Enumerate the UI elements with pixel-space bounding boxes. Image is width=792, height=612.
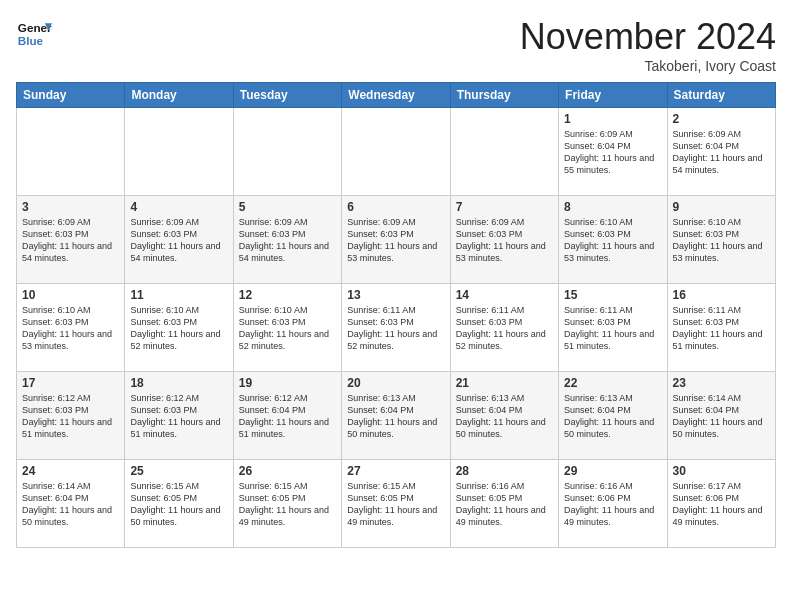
day-number: 20 xyxy=(347,376,444,390)
day-cell: 4Sunrise: 6:09 AM Sunset: 6:03 PM Daylig… xyxy=(125,196,233,284)
day-header-monday: Monday xyxy=(125,83,233,108)
day-info: Sunrise: 6:12 AM Sunset: 6:03 PM Dayligh… xyxy=(22,393,112,439)
day-header-thursday: Thursday xyxy=(450,83,558,108)
week-row-3: 10Sunrise: 6:10 AM Sunset: 6:03 PM Dayli… xyxy=(17,284,776,372)
day-info: Sunrise: 6:10 AM Sunset: 6:03 PM Dayligh… xyxy=(564,217,654,263)
day-cell: 14Sunrise: 6:11 AM Sunset: 6:03 PM Dayli… xyxy=(450,284,558,372)
day-info: Sunrise: 6:15 AM Sunset: 6:05 PM Dayligh… xyxy=(347,481,437,527)
day-number: 21 xyxy=(456,376,553,390)
day-info: Sunrise: 6:17 AM Sunset: 6:06 PM Dayligh… xyxy=(673,481,763,527)
day-cell: 18Sunrise: 6:12 AM Sunset: 6:03 PM Dayli… xyxy=(125,372,233,460)
day-number: 11 xyxy=(130,288,227,302)
day-info: Sunrise: 6:14 AM Sunset: 6:04 PM Dayligh… xyxy=(673,393,763,439)
day-number: 10 xyxy=(22,288,119,302)
day-info: Sunrise: 6:10 AM Sunset: 6:03 PM Dayligh… xyxy=(673,217,763,263)
day-info: Sunrise: 6:09 AM Sunset: 6:03 PM Dayligh… xyxy=(239,217,329,263)
day-info: Sunrise: 6:11 AM Sunset: 6:03 PM Dayligh… xyxy=(673,305,763,351)
day-number: 9 xyxy=(673,200,770,214)
day-number: 1 xyxy=(564,112,661,126)
day-header-wednesday: Wednesday xyxy=(342,83,450,108)
title-section: November 2024 Takoberi, Ivory Coast xyxy=(520,16,776,74)
day-cell: 12Sunrise: 6:10 AM Sunset: 6:03 PM Dayli… xyxy=(233,284,341,372)
day-number: 2 xyxy=(673,112,770,126)
day-cell: 1Sunrise: 6:09 AM Sunset: 6:04 PM Daylig… xyxy=(559,108,667,196)
day-number: 8 xyxy=(564,200,661,214)
day-cell: 28Sunrise: 6:16 AM Sunset: 6:05 PM Dayli… xyxy=(450,460,558,548)
day-cell: 9Sunrise: 6:10 AM Sunset: 6:03 PM Daylig… xyxy=(667,196,775,284)
week-row-4: 17Sunrise: 6:12 AM Sunset: 6:03 PM Dayli… xyxy=(17,372,776,460)
day-cell: 7Sunrise: 6:09 AM Sunset: 6:03 PM Daylig… xyxy=(450,196,558,284)
day-number: 14 xyxy=(456,288,553,302)
day-number: 18 xyxy=(130,376,227,390)
day-info: Sunrise: 6:09 AM Sunset: 6:03 PM Dayligh… xyxy=(456,217,546,263)
day-cell: 25Sunrise: 6:15 AM Sunset: 6:05 PM Dayli… xyxy=(125,460,233,548)
week-row-1: 1Sunrise: 6:09 AM Sunset: 6:04 PM Daylig… xyxy=(17,108,776,196)
day-number: 15 xyxy=(564,288,661,302)
day-info: Sunrise: 6:09 AM Sunset: 6:03 PM Dayligh… xyxy=(22,217,112,263)
day-cell: 10Sunrise: 6:10 AM Sunset: 6:03 PM Dayli… xyxy=(17,284,125,372)
week-row-5: 24Sunrise: 6:14 AM Sunset: 6:04 PM Dayli… xyxy=(17,460,776,548)
day-info: Sunrise: 6:09 AM Sunset: 6:03 PM Dayligh… xyxy=(130,217,220,263)
day-number: 6 xyxy=(347,200,444,214)
day-header-tuesday: Tuesday xyxy=(233,83,341,108)
day-info: Sunrise: 6:10 AM Sunset: 6:03 PM Dayligh… xyxy=(239,305,329,351)
day-info: Sunrise: 6:09 AM Sunset: 6:04 PM Dayligh… xyxy=(673,129,763,175)
day-number: 7 xyxy=(456,200,553,214)
day-number: 19 xyxy=(239,376,336,390)
day-cell: 3Sunrise: 6:09 AM Sunset: 6:03 PM Daylig… xyxy=(17,196,125,284)
day-number: 30 xyxy=(673,464,770,478)
day-info: Sunrise: 6:11 AM Sunset: 6:03 PM Dayligh… xyxy=(456,305,546,351)
day-info: Sunrise: 6:16 AM Sunset: 6:05 PM Dayligh… xyxy=(456,481,546,527)
day-info: Sunrise: 6:16 AM Sunset: 6:06 PM Dayligh… xyxy=(564,481,654,527)
day-number: 13 xyxy=(347,288,444,302)
day-cell: 5Sunrise: 6:09 AM Sunset: 6:03 PM Daylig… xyxy=(233,196,341,284)
day-number: 22 xyxy=(564,376,661,390)
day-info: Sunrise: 6:10 AM Sunset: 6:03 PM Dayligh… xyxy=(130,305,220,351)
day-header-saturday: Saturday xyxy=(667,83,775,108)
day-cell: 29Sunrise: 6:16 AM Sunset: 6:06 PM Dayli… xyxy=(559,460,667,548)
day-cell: 27Sunrise: 6:15 AM Sunset: 6:05 PM Dayli… xyxy=(342,460,450,548)
day-cell: 19Sunrise: 6:12 AM Sunset: 6:04 PM Dayli… xyxy=(233,372,341,460)
day-info: Sunrise: 6:13 AM Sunset: 6:04 PM Dayligh… xyxy=(347,393,437,439)
day-number: 29 xyxy=(564,464,661,478)
days-header-row: SundayMondayTuesdayWednesdayThursdayFrid… xyxy=(17,83,776,108)
month-title: November 2024 xyxy=(520,16,776,58)
day-number: 5 xyxy=(239,200,336,214)
day-info: Sunrise: 6:09 AM Sunset: 6:04 PM Dayligh… xyxy=(564,129,654,175)
day-info: Sunrise: 6:15 AM Sunset: 6:05 PM Dayligh… xyxy=(239,481,329,527)
day-cell: 22Sunrise: 6:13 AM Sunset: 6:04 PM Dayli… xyxy=(559,372,667,460)
day-number: 24 xyxy=(22,464,119,478)
day-number: 16 xyxy=(673,288,770,302)
day-cell xyxy=(450,108,558,196)
day-info: Sunrise: 6:11 AM Sunset: 6:03 PM Dayligh… xyxy=(564,305,654,351)
day-cell: 16Sunrise: 6:11 AM Sunset: 6:03 PM Dayli… xyxy=(667,284,775,372)
day-info: Sunrise: 6:12 AM Sunset: 6:03 PM Dayligh… xyxy=(130,393,220,439)
day-number: 3 xyxy=(22,200,119,214)
day-cell: 20Sunrise: 6:13 AM Sunset: 6:04 PM Dayli… xyxy=(342,372,450,460)
location: Takoberi, Ivory Coast xyxy=(520,58,776,74)
calendar: SundayMondayTuesdayWednesdayThursdayFrid… xyxy=(16,82,776,548)
day-cell xyxy=(17,108,125,196)
day-cell: 30Sunrise: 6:17 AM Sunset: 6:06 PM Dayli… xyxy=(667,460,775,548)
day-number: 26 xyxy=(239,464,336,478)
day-header-sunday: Sunday xyxy=(17,83,125,108)
logo: General Blue xyxy=(16,16,52,52)
day-cell: 13Sunrise: 6:11 AM Sunset: 6:03 PM Dayli… xyxy=(342,284,450,372)
day-info: Sunrise: 6:11 AM Sunset: 6:03 PM Dayligh… xyxy=(347,305,437,351)
day-number: 17 xyxy=(22,376,119,390)
day-cell: 17Sunrise: 6:12 AM Sunset: 6:03 PM Dayli… xyxy=(17,372,125,460)
day-number: 28 xyxy=(456,464,553,478)
day-info: Sunrise: 6:13 AM Sunset: 6:04 PM Dayligh… xyxy=(456,393,546,439)
day-cell xyxy=(125,108,233,196)
day-cell: 21Sunrise: 6:13 AM Sunset: 6:04 PM Dayli… xyxy=(450,372,558,460)
day-info: Sunrise: 6:12 AM Sunset: 6:04 PM Dayligh… xyxy=(239,393,329,439)
day-cell: 23Sunrise: 6:14 AM Sunset: 6:04 PM Dayli… xyxy=(667,372,775,460)
day-cell: 15Sunrise: 6:11 AM Sunset: 6:03 PM Dayli… xyxy=(559,284,667,372)
logo-icon: General Blue xyxy=(16,16,52,52)
day-info: Sunrise: 6:13 AM Sunset: 6:04 PM Dayligh… xyxy=(564,393,654,439)
day-cell: 11Sunrise: 6:10 AM Sunset: 6:03 PM Dayli… xyxy=(125,284,233,372)
day-header-friday: Friday xyxy=(559,83,667,108)
day-cell: 24Sunrise: 6:14 AM Sunset: 6:04 PM Dayli… xyxy=(17,460,125,548)
day-cell: 2Sunrise: 6:09 AM Sunset: 6:04 PM Daylig… xyxy=(667,108,775,196)
day-cell: 8Sunrise: 6:10 AM Sunset: 6:03 PM Daylig… xyxy=(559,196,667,284)
